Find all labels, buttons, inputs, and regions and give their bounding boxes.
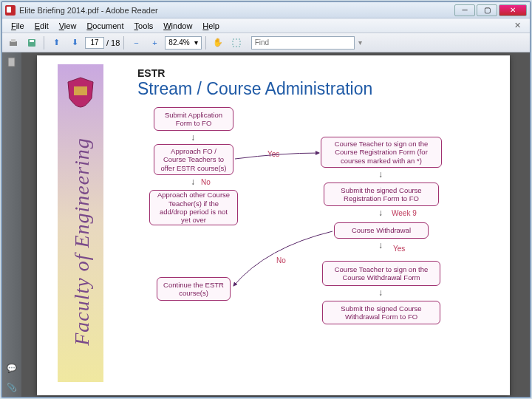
flow-box-teacher-sign-reg: Course Teacher to sign on the Course Reg… — [321, 137, 442, 168]
content-area: 💬 📎 Faculty of Engineering ESTR Stream /… — [2, 52, 530, 397]
maximize-button[interactable]: ▢ — [477, 4, 497, 16]
save-button[interactable] — [24, 35, 40, 50]
flow-box-approach-fo: Approach FO / Course Teachers to offer E… — [154, 144, 233, 175]
comments-icon[interactable]: 💬 — [5, 361, 18, 375]
attachments-icon[interactable]: 📎 — [5, 381, 18, 394]
menu-file[interactable]: File — [7, 20, 29, 32]
title-bar: Elite Briefing 2014.pdf - Adobe Reader ─… — [2, 2, 530, 18]
university-crest-icon — [64, 76, 98, 109]
find-input[interactable] — [251, 36, 355, 50]
slide-title: Stream / Course Administration — [137, 79, 372, 99]
flow-box-submit-reg: Submit the signed Course Registration Fo… — [324, 183, 439, 206]
page-indicator: / 18 — [85, 37, 120, 49]
svg-rect-4 — [233, 39, 240, 47]
menu-help[interactable]: Help — [198, 20, 224, 32]
page-up-button[interactable]: ⬆ — [48, 35, 64, 50]
menu-tools[interactable]: Tools — [130, 20, 158, 32]
separator — [44, 36, 44, 50]
menu-close-doc[interactable]: ✕ — [510, 21, 525, 30]
arrow-down-icon: ↓ — [378, 208, 383, 218]
menu-view[interactable]: View — [55, 20, 81, 32]
window-controls: ─ ▢ ✕ — [454, 4, 527, 16]
menu-edit[interactable]: Edit — [30, 20, 53, 32]
flow-label-yes1: Yes — [267, 150, 279, 158]
pages-panel-icon[interactable] — [5, 55, 18, 69]
tool-select[interactable] — [228, 35, 245, 50]
svg-rect-3 — [30, 40, 34, 42]
separator — [205, 36, 206, 50]
flow-label-yes2: Yes — [393, 245, 405, 253]
menu-document[interactable]: Document — [82, 20, 128, 32]
flow-box-continue-estr: Continue the ESTR course(s) — [157, 277, 231, 301]
faculty-vertical-title: Faculty of Engineering — [62, 123, 102, 360]
menu-bar: File Edit View Document Tools Window Hel… — [2, 18, 530, 33]
window-title: Elite Briefing 2014.pdf - Adobe Reader — [19, 6, 454, 15]
arrow-down-icon: ↓ — [191, 132, 195, 143]
close-button[interactable]: ✕ — [499, 4, 527, 16]
page-number-input[interactable] — [85, 37, 104, 49]
tool-hand[interactable]: ✋ — [210, 35, 226, 50]
flow-label-no: No — [201, 178, 211, 186]
pdf-icon — [5, 5, 16, 16]
svg-rect-1 — [11, 39, 16, 42]
flow-box-submit-wd: Submit the signed Course Withdrawal Form… — [322, 301, 440, 324]
menu-window[interactable]: Window — [159, 20, 197, 32]
document-page: Faculty of Engineering ESTR Stream / Cou… — [37, 55, 510, 395]
find-dropdown-icon[interactable]: ▾ — [358, 38, 362, 47]
arrow-down-icon: ↓ — [191, 177, 195, 187]
toolbar: ⬆ ⬇ / 18 − + 82.4% ▾ ✋ ▾ — [2, 33, 530, 52]
flow-box-approach-other: Approach other Course Teacher(s) if the … — [149, 190, 238, 225]
arrow-down-icon: ↓ — [378, 287, 383, 298]
flow-box-teacher-sign-wd: Course Teacher to sign on the Course Wit… — [322, 261, 440, 286]
page-total: / 18 — [106, 38, 120, 47]
separator — [123, 36, 124, 50]
arrow-down-icon: ↓ — [378, 169, 383, 180]
zoom-level[interactable]: 82.4% ▾ — [165, 36, 201, 50]
estr-label: ESTR — [137, 67, 165, 79]
page-viewport[interactable]: Faculty of Engineering ESTR Stream / Cou… — [21, 52, 530, 397]
print-button[interactable] — [5, 35, 21, 50]
page-down-button[interactable]: ⬇ — [66, 35, 83, 50]
zoom-in-button[interactable]: + — [146, 35, 163, 50]
flow-label-no2: No — [276, 256, 286, 265]
flow-box-submit-app: Submit Application Form to FO — [154, 107, 233, 131]
minimize-button[interactable]: ─ — [454, 4, 475, 16]
flow-connectors — [37, 55, 510, 395]
app-window: Elite Briefing 2014.pdf - Adobe Reader ─… — [1, 1, 531, 398]
side-rail: 💬 📎 — [2, 52, 21, 397]
flow-label-week9: Week 9 — [392, 209, 417, 217]
arrow-down-icon: ↓ — [378, 240, 383, 250]
zoom-out-button[interactable]: − — [128, 35, 144, 50]
svg-rect-5 — [8, 58, 15, 66]
flow-box-withdrawal: Course Withdrawal — [334, 222, 429, 239]
